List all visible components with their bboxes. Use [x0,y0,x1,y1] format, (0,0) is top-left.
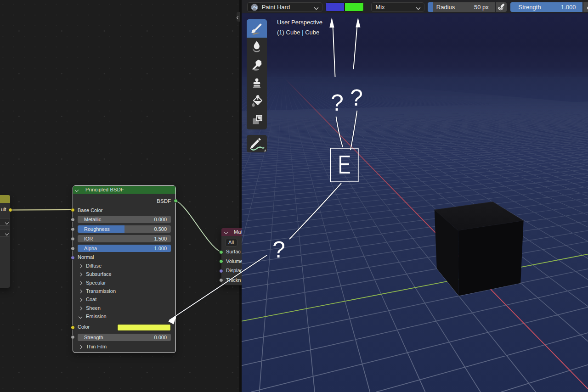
svg-text:?: ? [331,90,344,116]
svg-text:?: ? [350,85,363,111]
svg-text:?: ? [272,237,285,263]
